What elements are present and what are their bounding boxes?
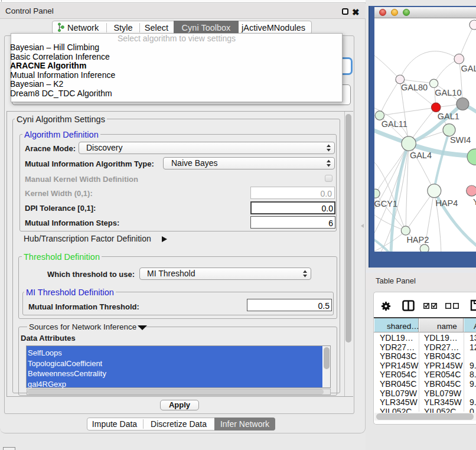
svg-text:GAL11: GAL11 xyxy=(382,119,407,129)
svg-text:GAL4: GAL4 xyxy=(410,151,432,160)
svg-text:HAP4: HAP4 xyxy=(435,198,458,208)
svg-text:HAP2: HAP2 xyxy=(406,235,429,244)
svg-text:GCY1: GCY1 xyxy=(374,199,397,208)
svg-text:Y: Y xyxy=(473,197,476,207)
svg-text:GAL80: GAL80 xyxy=(401,83,428,92)
svg-text:GAL10: GAL10 xyxy=(435,88,461,97)
svg-text:GAL1: GAL1 xyxy=(438,112,459,121)
svg-text:SWI4: SWI4 xyxy=(450,135,471,145)
svg-text:GAL: GAL xyxy=(461,64,476,73)
